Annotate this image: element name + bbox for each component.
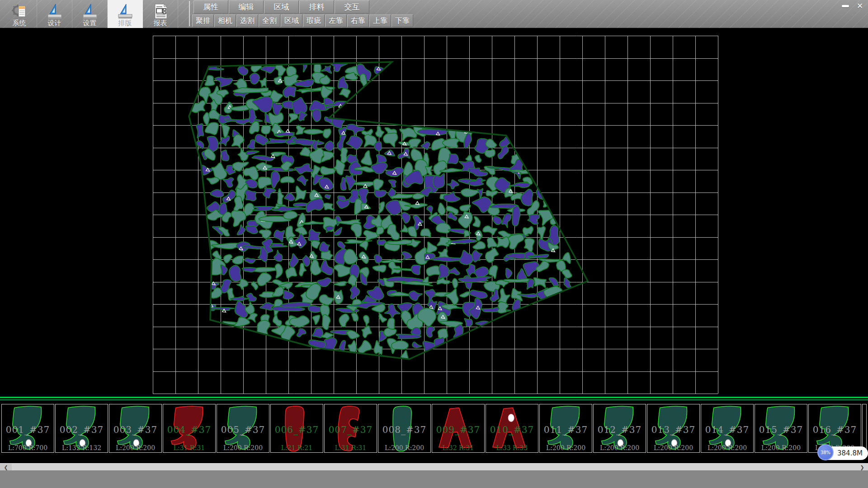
ruler-icon bbox=[47, 3, 63, 19]
piece-thumbnail-cell-010_#37[interactable]: 010_#37 L:33 R:33 bbox=[486, 404, 538, 453]
piece-count-stats: L:200 R:200 bbox=[755, 444, 807, 451]
piece-thumbnail-strip: 001_#37 L:700 R:700 002_#37 L:132 R:132 … bbox=[0, 397, 868, 463]
piece-thumbnail-cell-013_#37[interactable]: 013_#37 L:200 R:200 bbox=[647, 404, 700, 453]
piece-name: 008_#37 bbox=[378, 424, 430, 435]
scroll-left-button[interactable]: ❮ bbox=[0, 464, 12, 471]
tool-align-top[interactable]: 上靠 bbox=[369, 14, 391, 27]
settings-button-label: 设置 bbox=[83, 19, 97, 27]
piece-count-stats: L:200 R:200 bbox=[701, 444, 753, 451]
tool-align-left[interactable]: 左靠 bbox=[325, 14, 347, 27]
thumbnail-row: 001_#37 L:700 R:700 002_#37 L:132 R:132 … bbox=[1, 404, 868, 453]
piece-thumbnail-cell-006_#37[interactable]: 006_#37 L:21 R:21 bbox=[270, 404, 323, 453]
menu-region[interactable]: 区域 bbox=[264, 0, 299, 14]
window-controls: ✕ bbox=[838, 1, 867, 11]
piece-thumbnail-cell-014_#37[interactable]: 014_#37 L:200 R:200 bbox=[701, 404, 754, 453]
piece-count-stats: L:32 R:31 bbox=[432, 444, 484, 451]
tool-cut-all[interactable]: 全割 bbox=[259, 14, 280, 27]
piece-name: 011_#37 bbox=[540, 424, 592, 435]
piece-name: 002_#37 bbox=[56, 424, 108, 435]
system-button-label: 系统 bbox=[13, 19, 26, 27]
menu-interaction[interactable]: 交互 bbox=[335, 0, 369, 14]
piece-name: 012_#37 bbox=[594, 424, 646, 435]
piece-thumbnail-cell-003_#37[interactable]: 003_#37 L:200 R:200 bbox=[109, 404, 162, 453]
menu-row: 属性 编辑 区域 排料 交互 bbox=[193, 0, 370, 14]
piece-count-stats: L:31 R:31 bbox=[163, 444, 215, 451]
piece-name: 003_#37 bbox=[109, 424, 161, 435]
app-window: 系统 设计 bbox=[0, 0, 868, 488]
report-button-label: 报表 bbox=[154, 19, 167, 27]
piece-name: 007_#37 bbox=[325, 424, 377, 435]
status-badge[interactable]: 38% 384.8M bbox=[819, 446, 868, 460]
nesting-canvas[interactable] bbox=[0, 28, 868, 397]
piece-name: 014_#37 bbox=[701, 424, 753, 435]
piece-count-stats: L:200 R:200 bbox=[217, 444, 269, 451]
piece-thumbnail-cell-partial[interactable] bbox=[862, 404, 867, 453]
tool-cluster-nest[interactable]: 聚排 bbox=[192, 14, 214, 27]
tool-align-right[interactable]: 右靠 bbox=[347, 14, 369, 27]
tool-select-cut[interactable]: 选割 bbox=[236, 14, 258, 27]
menu-properties[interactable]: 属性 bbox=[193, 0, 228, 14]
settings-button[interactable]: 设置 bbox=[72, 0, 108, 28]
memory-usage: 384.8M bbox=[837, 449, 863, 457]
report-icon bbox=[152, 3, 169, 19]
horizontal-scrollbar[interactable]: ❮ ❯ bbox=[0, 463, 868, 471]
tool-region[interactable]: 区域 bbox=[281, 14, 302, 27]
minimize-button[interactable] bbox=[838, 1, 853, 11]
piece-thumbnail-cell-012_#37[interactable]: 012_#37 L:200 R:200 bbox=[593, 404, 646, 453]
toolbar-separator bbox=[189, 1, 190, 26]
piece-count-stats: L:31 R:31 bbox=[325, 444, 377, 451]
piece-count-stats: L:33 R:33 bbox=[486, 444, 538, 451]
progress-percent: 38% bbox=[821, 450, 830, 455]
system-button[interactable]: 系统 bbox=[2, 0, 37, 28]
strip-second-line bbox=[0, 399, 868, 400]
piece-name: 005_#37 bbox=[217, 424, 269, 435]
window-footer bbox=[0, 470, 868, 488]
piece-name: 009_#37 bbox=[432, 424, 484, 435]
ruler-icon bbox=[117, 3, 133, 19]
piece-thumbnail-cell-015_#37[interactable]: 015_#37 L:200 R:200 bbox=[755, 404, 807, 453]
report-button[interactable]: 报表 bbox=[143, 0, 178, 28]
piece-thumbnail-cell-004_#37[interactable]: 004_#37 L:31 R:31 bbox=[163, 404, 216, 453]
piece-name: 010_#37 bbox=[486, 424, 538, 435]
piece-thumbnail-cell-007_#37[interactable]: 007_#37 L:31 R:31 bbox=[324, 404, 377, 453]
piece-thumbnail-cell-009_#37[interactable]: 009_#37 L:32 R:31 bbox=[432, 404, 485, 453]
tool-defect[interactable]: 瑕疵 bbox=[303, 14, 325, 27]
scroll-left-icon: ❮ bbox=[4, 465, 8, 470]
tool-align-bottom[interactable]: 下靠 bbox=[392, 14, 413, 27]
gear-doc-icon bbox=[11, 3, 28, 19]
piece-name: 006_#37 bbox=[271, 424, 323, 435]
nesting-tab-button[interactable]: 排版 bbox=[108, 0, 143, 28]
piece-count-stats: L:132 R:132 bbox=[56, 444, 108, 451]
scroll-right-button[interactable]: ❯ bbox=[856, 464, 868, 471]
tool-row: 聚排 相机 选割 全割 区域 瑕疵 左靠 右靠 上靠 下靠 bbox=[192, 14, 414, 27]
piece-count-stats: L:200 R:200 bbox=[647, 444, 699, 451]
piece-count-stats: L:200 R:200 bbox=[540, 444, 592, 451]
piece-name: 013_#37 bbox=[647, 424, 699, 435]
piece-thumbnail-cell-008_#37[interactable]: 008_#37 L:200 R:200 bbox=[378, 404, 431, 453]
toolbar: 系统 设计 bbox=[0, 0, 868, 28]
piece-name: 004_#37 bbox=[163, 424, 215, 435]
design-button[interactable]: 设计 bbox=[37, 0, 72, 28]
piece-count-stats: L:21 R:21 bbox=[271, 444, 323, 451]
menu-edit[interactable]: 编辑 bbox=[229, 0, 264, 14]
ruler-icon bbox=[82, 3, 98, 19]
piece-shape-tall bbox=[863, 404, 867, 451]
minimize-icon bbox=[842, 5, 849, 7]
design-button-label: 设计 bbox=[48, 19, 61, 27]
close-button[interactable]: ✕ bbox=[853, 1, 867, 11]
tool-camera[interactable]: 相机 bbox=[214, 14, 236, 27]
close-icon: ✕ bbox=[857, 1, 863, 10]
piece-thumbnail-cell-016_#37[interactable]: 016_#37 L:200 R:200 bbox=[808, 404, 861, 453]
piece-count-stats: L:200 R:200 bbox=[594, 444, 646, 451]
piece-name: 001_#37 bbox=[2, 424, 54, 435]
piece-count-stats: L:700 R:700 bbox=[2, 444, 54, 451]
piece-name: 015_#37 bbox=[755, 424, 807, 435]
piece-thumbnail-cell-001_#37[interactable]: 001_#37 L:700 R:700 bbox=[1, 404, 54, 453]
strip-top-line bbox=[0, 397, 868, 398]
scroll-right-icon: ❯ bbox=[860, 465, 864, 470]
piece-thumbnail-cell-002_#37[interactable]: 002_#37 L:132 R:132 bbox=[55, 404, 108, 453]
piece-thumbnail-cell-005_#37[interactable]: 005_#37 L:200 R:200 bbox=[217, 404, 269, 453]
menu-nesting[interactable]: 排料 bbox=[299, 0, 334, 14]
piece-thumbnail-cell-011_#37[interactable]: 011_#37 L:200 R:200 bbox=[539, 404, 592, 453]
app-icon-bar: 系统 设计 bbox=[2, 0, 178, 28]
